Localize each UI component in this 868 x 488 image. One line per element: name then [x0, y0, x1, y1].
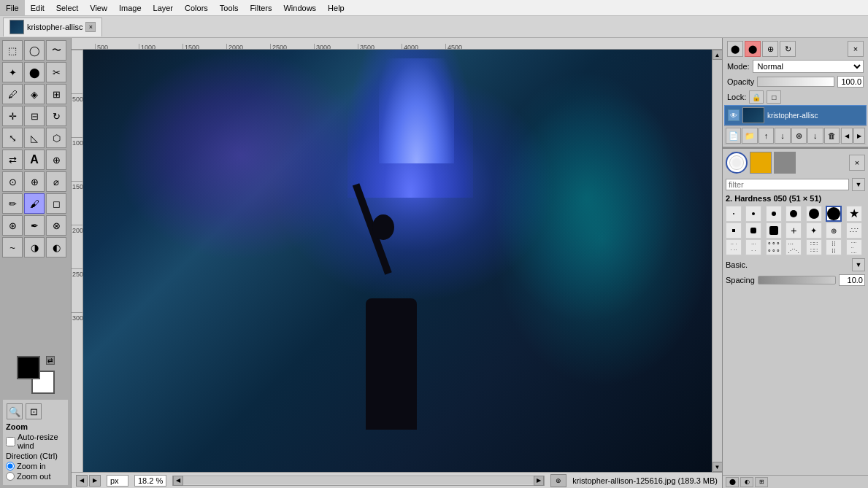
- menu-image[interactable]: Image: [113, 0, 147, 15]
- tool-scissors[interactable]: ✂: [46, 62, 66, 82]
- auto-resize-checkbox[interactable]: [6, 437, 15, 446]
- bottom-icon-1[interactable]: ⬤: [726, 477, 739, 487]
- panel-icon-paths[interactable]: ⊕: [762, 41, 778, 57]
- tool-color-picker[interactable]: ⊙: [2, 171, 23, 192]
- zoom-display[interactable]: 18.2 %: [134, 475, 166, 487]
- zoom-reset[interactable]: ⊡: [26, 403, 42, 419]
- vscroll-down[interactable]: ▼: [713, 462, 723, 472]
- brush-cell-20[interactable]: ⁞⁞⁞⁞: [826, 239, 842, 255]
- brush-cell-13[interactable]: ⊕: [826, 222, 842, 239]
- menu-layer[interactable]: Layer: [147, 0, 180, 15]
- menu-edit[interactable]: Edit: [25, 0, 50, 15]
- zoom-out-radio[interactable]: [6, 472, 15, 481]
- menu-colors[interactable]: Colors: [179, 0, 214, 15]
- tool-smudge[interactable]: ~: [2, 237, 23, 257]
- new-layer-button[interactable]: 📄: [726, 128, 741, 144]
- horizontal-scrollbar[interactable]: ◀ ▶: [172, 476, 545, 486]
- menu-view[interactable]: View: [84, 0, 113, 15]
- bottom-icon-3[interactable]: ⊞: [755, 477, 768, 487]
- zoom-in-radio[interactable]: [6, 462, 15, 470]
- tool-paintbrush[interactable]: 🖌: [24, 193, 45, 214]
- tool-scale[interactable]: ⤡: [2, 128, 23, 148]
- brush-cell-21[interactable]: ··········: [846, 239, 862, 255]
- brush-cell-3[interactable]: [766, 206, 782, 222]
- menu-help[interactable]: Help: [322, 0, 350, 15]
- opacity-slider[interactable]: [757, 77, 834, 87]
- brushes-panel-close[interactable]: ×: [849, 155, 865, 171]
- hscroll-left[interactable]: ◀: [173, 476, 183, 486]
- layers-scroll-right[interactable]: ▶: [853, 128, 865, 144]
- brush-cell-6[interactable]: [826, 206, 842, 222]
- tool-measure[interactable]: ⌀: [46, 171, 66, 192]
- delete-layer-button[interactable]: 🗑: [824, 128, 840, 144]
- open-layer-button[interactable]: 📁: [742, 128, 757, 144]
- tool-perspective[interactable]: ⬡: [46, 128, 66, 148]
- spacing-slider[interactable]: [758, 276, 836, 284]
- tool-fuzzy-select[interactable]: ✦: [2, 62, 23, 82]
- opacity-input[interactable]: [837, 76, 864, 88]
- tool-pencil[interactable]: ✏: [2, 193, 23, 214]
- menu-file[interactable]: File: [0, 0, 25, 15]
- tool-align[interactable]: ⊞: [46, 84, 66, 104]
- tool-free-select[interactable]: 〜: [46, 40, 66, 61]
- panel-icon-undo[interactable]: ↻: [780, 41, 796, 57]
- tool-clone[interactable]: ⊕: [46, 150, 66, 170]
- panel-icon-layers[interactable]: ⬤: [727, 41, 743, 57]
- panel-icon-channels[interactable]: ⬤: [745, 41, 761, 57]
- brush-cell-14[interactable]: ∴∵: [846, 222, 862, 239]
- brush-cell-15[interactable]: ·· ·· ··: [726, 239, 742, 255]
- menu-tools[interactable]: Tools: [214, 0, 245, 15]
- tool-ellipse-select[interactable]: ◯: [24, 40, 45, 61]
- brush-cell-9[interactable]: [745, 222, 761, 239]
- merge-down-button[interactable]: ↓: [807, 128, 823, 144]
- layers-scroll-left[interactable]: ◀: [841, 128, 853, 144]
- tool-paths[interactable]: 🖊: [2, 84, 23, 104]
- tool-move[interactable]: ✛: [2, 106, 23, 126]
- brush-basic-dropdown[interactable]: ▼: [852, 258, 865, 271]
- unit-display[interactable]: px: [107, 475, 128, 487]
- nav-right-button[interactable]: ▶: [89, 475, 101, 487]
- panel-close[interactable]: ×: [848, 41, 864, 57]
- brush-preset-orange[interactable]: [750, 152, 772, 174]
- brush-filter-input[interactable]: [726, 179, 849, 190]
- tool-crop[interactable]: ⊟: [24, 106, 45, 126]
- menu-select[interactable]: Select: [50, 0, 85, 15]
- lock-alpha-button[interactable]: □: [767, 90, 781, 104]
- tool-magnify[interactable]: ⊕: [24, 171, 45, 192]
- brush-cell-17[interactable]: ∘∘∘∘∘∘: [766, 239, 782, 255]
- layer-up-button[interactable]: ↑: [758, 128, 774, 144]
- image-tab[interactable]: kristopher-allisc ×: [3, 18, 102, 36]
- bottom-icon-2[interactable]: ◐: [740, 477, 753, 487]
- vscroll-up[interactable]: ▲: [713, 50, 723, 60]
- lock-pixels-button[interactable]: 🔒: [749, 90, 764, 104]
- brush-filter-dropdown[interactable]: ▼: [852, 178, 865, 191]
- spacing-input[interactable]: [839, 274, 865, 286]
- zoom-icon[interactable]: 🔍: [7, 403, 23, 419]
- tool-text[interactable]: A: [24, 150, 45, 170]
- layer-down-button[interactable]: ↓: [775, 128, 790, 144]
- brush-cell-11[interactable]: +: [786, 222, 802, 239]
- tool-eraser[interactable]: ◻: [46, 193, 66, 214]
- tool-color-select[interactable]: ⬤: [24, 62, 45, 82]
- brush-cell-18[interactable]: ⋯⋰⋱: [786, 239, 802, 255]
- menu-filters[interactable]: Filters: [245, 0, 278, 15]
- nav-left-button[interactable]: ◀: [76, 475, 88, 487]
- crosshair-button[interactable]: ⊕: [550, 474, 566, 487]
- brush-cell-7[interactable]: ★: [846, 206, 862, 222]
- tool-rect-select[interactable]: ⬚: [2, 40, 23, 61]
- tab-close-button[interactable]: ×: [85, 22, 96, 32]
- layer-item[interactable]: 👁 kristopher-allisc: [724, 105, 867, 125]
- layer-visibility-toggle[interactable]: 👁: [728, 109, 740, 121]
- brush-cell-19[interactable]: ∷∷∷∷: [806, 239, 822, 255]
- tool-rotate[interactable]: ↻: [46, 106, 66, 126]
- brush-preset-gray[interactable]: [774, 152, 796, 174]
- brush-cell-8[interactable]: [726, 222, 742, 239]
- brush-cell-4[interactable]: [786, 206, 802, 222]
- tool-ink[interactable]: ✒: [24, 215, 45, 236]
- tool-airbrush[interactable]: ⊛: [2, 215, 23, 236]
- brush-cell-16[interactable]: ·∙·∙ ∙: [745, 239, 761, 255]
- brush-cell-10[interactable]: [766, 222, 782, 239]
- brush-cell-2[interactable]: [745, 206, 761, 222]
- tool-burn[interactable]: ◐: [46, 237, 66, 257]
- mode-select[interactable]: Normal Multiply Screen: [753, 60, 864, 73]
